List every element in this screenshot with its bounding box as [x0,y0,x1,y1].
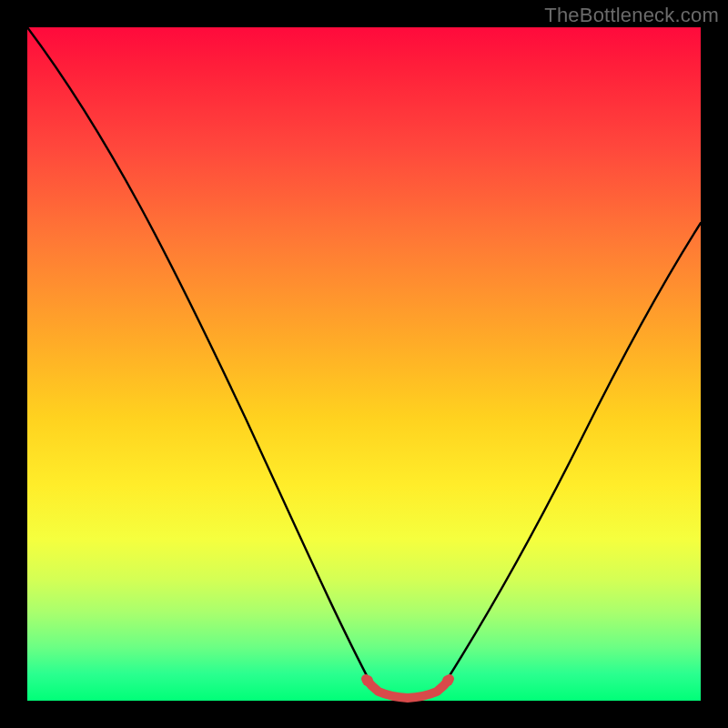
curve-right-branch [444,223,701,684]
curve-left-branch [27,27,371,684]
optimal-segment-path [366,679,450,698]
bottleneck-curve-svg [27,27,701,701]
optimal-segment-dot-left [362,675,373,686]
chart-canvas: TheBottleneck.com [0,0,728,728]
watermark-text: TheBottleneck.com [544,4,719,27]
optimal-segment-dot-right [442,675,453,686]
